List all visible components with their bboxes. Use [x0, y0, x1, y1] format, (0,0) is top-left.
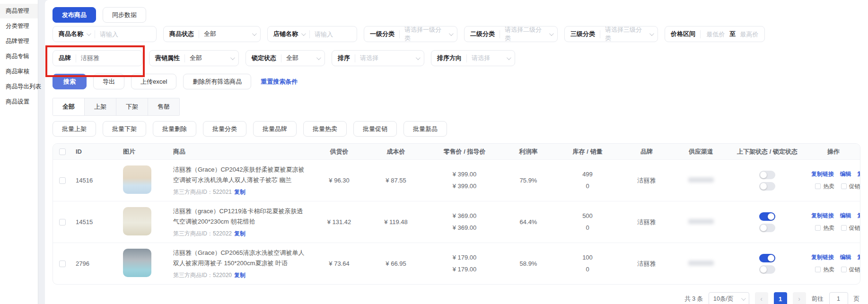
listing-toggle[interactable] [759, 254, 775, 262]
promotion-checkbox[interactable] [841, 267, 847, 272]
filter-category1: 一级分类 请选择一级分类 [364, 26, 457, 42]
promotion-checkbox[interactable] [841, 183, 847, 189]
product-name-input[interactable] [100, 31, 151, 38]
tab-off-shelf[interactable]: 下架 [116, 98, 148, 115]
category3-placeholder: 请选择三级分类 [605, 26, 646, 43]
batch-new-product-button[interactable]: 批量新品 [403, 121, 447, 137]
tab-on-shelf[interactable]: 上架 [85, 98, 116, 115]
sidebar-item-product-album[interactable]: 商品专辑 [0, 49, 38, 64]
product-image[interactable] [123, 207, 151, 235]
marketing-select[interactable]: 全部 [185, 51, 238, 66]
hot-sale-checkbox[interactable] [815, 183, 821, 189]
product-title[interactable]: 洁丽雅（grace）CP1219洛卡棉印花夏被亲肤透气空调被200*230cm … [173, 206, 308, 226]
chevron-down-icon [301, 31, 306, 36]
category2-placeholder: 请选择二级分类 [505, 26, 545, 43]
category1-select[interactable]: 请选择一级分类 [400, 26, 457, 42]
upload-excel-button[interactable]: 上传excel [131, 74, 176, 89]
listing-toggle[interactable] [759, 212, 775, 221]
sync-data-button[interactable]: 同步数据 [103, 7, 146, 23]
product-name-field-select[interactable]: 商品名称 [53, 30, 95, 38]
category3-label: 三级分类 [570, 30, 595, 38]
supply-price: ¥ 131.42 [313, 218, 365, 226]
tab-all[interactable]: 全部 [53, 98, 85, 115]
copy-link-action[interactable]: 复制链接 [811, 212, 834, 219]
page-number-button[interactable]: 1 [774, 292, 787, 304]
sidebar-item-product-management[interactable]: 商品管理 [0, 4, 38, 18]
copy-id-link[interactable]: 复制 [234, 272, 245, 278]
brand-input[interactable] [81, 55, 137, 62]
copy-action[interactable]: 复制 [857, 212, 860, 219]
retail-price: ¥ 179.00 [429, 252, 500, 264]
chevron-down-icon [416, 55, 421, 60]
sidebar-item-brand-management[interactable]: 品牌管理 [0, 34, 38, 49]
batch-off-shelf-button[interactable]: 批量下架 [103, 121, 146, 137]
batch-promotion-button[interactable]: 批量促销 [353, 121, 397, 137]
price-max-input[interactable] [739, 31, 760, 38]
retail-price: ¥ 399.00 [429, 169, 500, 181]
product-image[interactable] [123, 165, 151, 194]
category2-select[interactable]: 请选择二级分类 [500, 26, 557, 42]
col-header-profit-rate: 利润率 [502, 148, 554, 156]
sidebar-item-product-settings[interactable]: 商品设置 [0, 95, 38, 109]
reset-search-link[interactable]: 重置搜索条件 [261, 78, 298, 86]
product-title[interactable]: 洁丽雅（Grace）CP2042亲肤舒柔被夏被夏凉被空调被可水洗机洗单人双人薄被… [173, 165, 308, 185]
select-all-checkbox[interactable] [59, 148, 66, 155]
goto-page-input[interactable] [829, 292, 848, 304]
edit-action[interactable]: 编辑 [840, 171, 851, 177]
tab-sold-out[interactable]: 售罄 [148, 98, 179, 115]
product-image[interactable] [123, 249, 151, 277]
next-page-button[interactable]: › [793, 292, 806, 304]
product-status-value: 全部 [204, 30, 216, 38]
brand-value: 洁丽雅 [621, 218, 673, 226]
sidebar-item-product-review[interactable]: 商品审核 [0, 64, 38, 79]
batch-on-shelf-button[interactable]: 批量上架 [53, 121, 96, 137]
filter-shop-name: 店铺名称 [267, 26, 357, 42]
hot-sale-label: 热卖 [823, 224, 834, 232]
page-size-select[interactable]: 10条/页 [709, 292, 749, 304]
copy-link-action[interactable]: 复制链接 [811, 171, 834, 177]
batch-brand-button[interactable]: 批量品牌 [253, 121, 297, 137]
publish-product-button[interactable]: 发布商品 [53, 7, 96, 23]
sidebar: 商品管理 分类管理 品牌管理 商品专辑 商品审核 商品导出列表 商品设置 [0, 0, 38, 304]
price-min-input[interactable] [705, 31, 726, 38]
row-checkbox[interactable] [59, 177, 66, 184]
batch-delete-button[interactable]: 批量删除 [153, 121, 196, 137]
copy-link-action[interactable]: 复制链接 [811, 254, 834, 261]
row-checkbox[interactable] [59, 219, 66, 226]
sidebar-item-product-export-list[interactable]: 商品导出列表 [0, 79, 38, 94]
hot-sale-checkbox[interactable] [815, 267, 821, 272]
promotion-checkbox[interactable] [841, 225, 847, 231]
shop-name-field-select[interactable]: 店铺名称 [268, 30, 309, 38]
product-status-select[interactable]: 全部 [199, 26, 260, 42]
copy-id-link[interactable]: 复制 [234, 189, 245, 195]
search-button[interactable]: 搜索 [53, 74, 87, 89]
lock-toggle[interactable] [759, 182, 775, 191]
batch-category-button[interactable]: 批量分类 [203, 121, 246, 137]
batch-hot-sale-button[interactable]: 批量热卖 [303, 121, 347, 137]
col-header-ops: 操作 [805, 148, 860, 156]
sort-direction-select[interactable]: 请选择 [467, 51, 515, 66]
stock-sales: 499 0 [554, 169, 621, 192]
product-name-label: 商品名称 [59, 30, 83, 38]
copy-action[interactable]: 复制 [857, 254, 860, 261]
lock-toggle[interactable] [759, 224, 775, 232]
delete-filtered-button[interactable]: 删除所有筛选商品 [183, 74, 251, 89]
shop-name-input[interactable] [315, 31, 352, 38]
edit-action[interactable]: 编辑 [840, 212, 851, 219]
lock-toggle[interactable] [759, 265, 775, 274]
col-header-brand: 品牌 [621, 148, 673, 156]
sidebar-item-category-management[interactable]: 分类管理 [0, 19, 38, 34]
lock-status-select[interactable]: 全部 [281, 51, 324, 66]
listing-toggle[interactable] [759, 171, 775, 179]
prev-page-button[interactable]: ‹ [755, 292, 768, 304]
category2-label: 二级分类 [470, 30, 495, 38]
copy-action[interactable]: 复制 [857, 171, 860, 177]
copy-id-link[interactable]: 复制 [234, 230, 245, 237]
product-title[interactable]: 洁丽雅（Grace）CP2065清凉水洗被空调被单人双人被家用薄被子 150*2… [173, 248, 308, 268]
hot-sale-checkbox[interactable] [815, 225, 821, 231]
row-checkbox[interactable] [59, 261, 66, 267]
category3-select[interactable]: 请选择三级分类 [600, 26, 658, 42]
edit-action[interactable]: 编辑 [840, 254, 851, 261]
export-button[interactable]: 导出 [93, 74, 124, 89]
sort-select[interactable]: 请选择 [355, 51, 424, 66]
